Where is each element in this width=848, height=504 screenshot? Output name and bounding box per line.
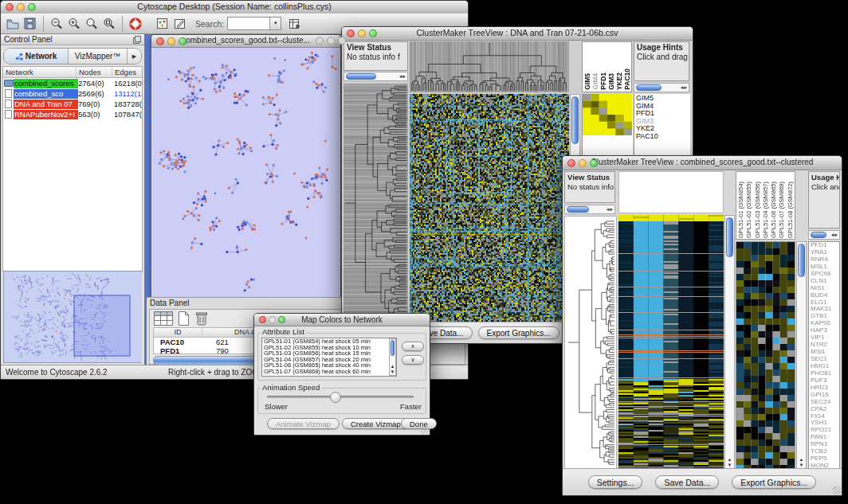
- annotation-icon[interactable]: [171, 15, 189, 33]
- zoom-in-icon[interactable]: [65, 15, 83, 33]
- treeview1-zoom-heatmap[interactable]: [583, 94, 632, 135]
- minimize-button[interactable]: [358, 29, 366, 37]
- open-file-icon[interactable]: [4, 15, 22, 33]
- treeview2-zoom-heatmap[interactable]: [736, 242, 795, 468]
- faster-label: Faster: [400, 402, 422, 411]
- treeview1-row-dendrogram[interactable]: [344, 84, 408, 322]
- treeview2-zoom-view[interactable]: [736, 241, 795, 469]
- import-table-icon[interactable]: [286, 15, 304, 33]
- treeview1-hints-scrollbar[interactable]: ◂▸: [634, 83, 689, 92]
- move-attribute-down-button[interactable]: ∨: [402, 355, 424, 365]
- new-attribute-icon[interactable]: [177, 311, 190, 329]
- attribute-select-icon[interactable]: [154, 311, 173, 329]
- close-button[interactable]: [6, 3, 14, 11]
- treeview2-vertical-scrollbar[interactable]: ▲▼: [724, 215, 735, 469]
- network-window1-title-bar[interactable]: combined_scores_good.txt--cluste...: [151, 35, 340, 48]
- tab-vizmapper[interactable]: VizMapper™: [69, 49, 128, 64]
- attribute-item[interactable]: GPL51-06 (GSM865) heat shock 40 min: [262, 362, 396, 369]
- zoom-fit-icon[interactable]: [100, 15, 118, 33]
- zoom-column-label: GIM3: [608, 73, 615, 90]
- tab-overflow-arrow[interactable]: ▶: [128, 49, 141, 64]
- close-button[interactable]: [156, 37, 164, 45]
- treeview1-status-scrollbar[interactable]: ◂▸: [344, 72, 408, 81]
- resize-grip[interactable]: [833, 486, 841, 494]
- window-controls[interactable]: [567, 159, 598, 167]
- zoom-button[interactable]: [369, 29, 377, 37]
- treeview1-column-dendrogram[interactable]: [410, 41, 569, 92]
- zoom-column-label: GPL51-04 (GSM857): [762, 182, 770, 238]
- network-overview-thumbnail[interactable]: [4, 272, 142, 362]
- slower-label: Slower: [265, 402, 288, 411]
- plugin-manager-icon[interactable]: [154, 15, 171, 33]
- attribute-item[interactable]: GPL51-07 (GSM868) heat shock 60 min: [262, 369, 396, 375]
- save-icon[interactable]: [22, 15, 39, 33]
- gene-row-label[interactable]: PAC10: [634, 133, 690, 141]
- treeview-action-button[interactable]: Save Data...: [655, 475, 719, 489]
- attribute-item[interactable]: GPL51-02 (GSM855) heat shock 10 min: [262, 345, 396, 351]
- done-button[interactable]: Done: [401, 418, 437, 429]
- network-tab-icon: [15, 53, 23, 61]
- treeview1-title-bar[interactable]: ClusterMaker TreeView : DNA and Tran 07-…: [342, 27, 693, 41]
- search-input[interactable]: ▼: [227, 17, 281, 30]
- close-button[interactable]: [316, 37, 324, 45]
- attribute-item[interactable]: GPL51-03 (GSM856) heat shock 15 min: [262, 350, 396, 357]
- network-table-row[interactable]: DNA and Tran 07 769(0) 183728(0): [3, 99, 142, 109]
- zoom-button[interactable]: [179, 37, 186, 45]
- treeview2-title-bar[interactable]: ClusterMaker TreeView : combined_scores_…: [563, 156, 842, 170]
- dialog-title-bar[interactable]: Map Colors to Network: [254, 314, 430, 326]
- treeview-action-button[interactable]: Export Graphics...: [732, 475, 816, 489]
- resize-grip[interactable]: [421, 426, 429, 434]
- minimize-button[interactable]: [17, 3, 25, 11]
- help-lifering-icon[interactable]: [127, 15, 144, 33]
- treeview2-hints-scrollbar[interactable]: ◂▸: [808, 230, 840, 240]
- move-attribute-up-button[interactable]: ∧: [402, 342, 424, 351]
- window-controls[interactable]: [347, 29, 377, 37]
- window-controls[interactable]: [6, 3, 36, 11]
- zoom-out-icon[interactable]: [48, 15, 65, 33]
- minimize-button[interactable]: [579, 159, 587, 167]
- network-view-canvas[interactable]: [152, 48, 340, 297]
- main-title-bar[interactable]: Cytoscape Desktop (Session Name: collins…: [1, 1, 468, 14]
- treeview2-column-dendrogram-area[interactable]: [618, 171, 724, 213]
- treeview2-status-scrollbar[interactable]: ◂▸: [564, 205, 615, 214]
- float-panel-icon[interactable]: [133, 36, 141, 47]
- create-vizmap-button[interactable]: Create Vizmap: [342, 418, 410, 429]
- minimize-button[interactable]: [167, 37, 175, 45]
- zoom-button[interactable]: [590, 159, 598, 167]
- treeview-action-button[interactable]: Settings...: [588, 475, 643, 489]
- control-panel-title: Control Panel: [4, 35, 53, 44]
- treeview-action-button[interactable]: Export Graphics...: [478, 326, 559, 339]
- network-table-row[interactable]: RNAPuberNov2+I 563(0) 107847(0): [3, 109, 142, 119]
- zoom-selected-icon[interactable]: [83, 15, 100, 33]
- attribute-list-scrollbar[interactable]: ▲▼: [389, 338, 396, 376]
- search-dropdown-arrow[interactable]: ▼: [269, 18, 281, 29]
- attribute-listbox[interactable]: GPL51-01 (GSM854) heat shock 05 minGPL51…: [261, 338, 397, 377]
- treeview2-row-dendrogram[interactable]: [565, 217, 616, 468]
- treeview2-zoom-scrollbar[interactable]: ▲▼: [796, 241, 807, 469]
- close-button[interactable]: [347, 29, 355, 37]
- treeview1-zoom-column-labels: GIM5GIM4PFD1GIM3YKE2PAC10: [582, 41, 632, 92]
- close-button[interactable]: [259, 316, 266, 323]
- window-controls-inactive[interactable]: [316, 37, 346, 45]
- tab-network[interactable]: Network: [4, 49, 69, 64]
- network-nodes-count: 2764(0): [78, 79, 114, 88]
- network-table-row[interactable]: combined_scores 2764(0) 16218(0): [3, 78, 142, 88]
- window-controls[interactable]: [156, 37, 186, 45]
- network-overview-panel[interactable]: [3, 271, 142, 363]
- attribute-item[interactable]: GPL51-04 (GSM857) heat shock 20 min: [262, 357, 396, 363]
- animation-speed-slider-thumb[interactable]: [330, 392, 341, 403]
- close-button[interactable]: [567, 159, 575, 167]
- treeview1-global-heatmap[interactable]: [410, 94, 569, 322]
- treeview2-global-heatmap[interactable]: [618, 215, 724, 469]
- treeview2-row-dendrogram-panel[interactable]: [564, 216, 617, 469]
- attribute-item[interactable]: GPL51-01 (GSM854) heat shock 05 min: [262, 338, 396, 345]
- zoom-button[interactable]: [338, 37, 346, 45]
- window-controls[interactable]: [259, 316, 285, 323]
- zoom-button[interactable]: [28, 3, 36, 11]
- minimize-button[interactable]: [327, 37, 335, 45]
- minimize-button[interactable]: [269, 316, 276, 323]
- delete-attribute-icon[interactable]: [194, 311, 209, 329]
- animate-vizmap-button[interactable]: Animate Vizmap: [267, 418, 340, 429]
- network-table-row[interactable]: combined_sco 2569(6) 13112(15): [3, 88, 142, 99]
- zoom-button[interactable]: [278, 316, 285, 323]
